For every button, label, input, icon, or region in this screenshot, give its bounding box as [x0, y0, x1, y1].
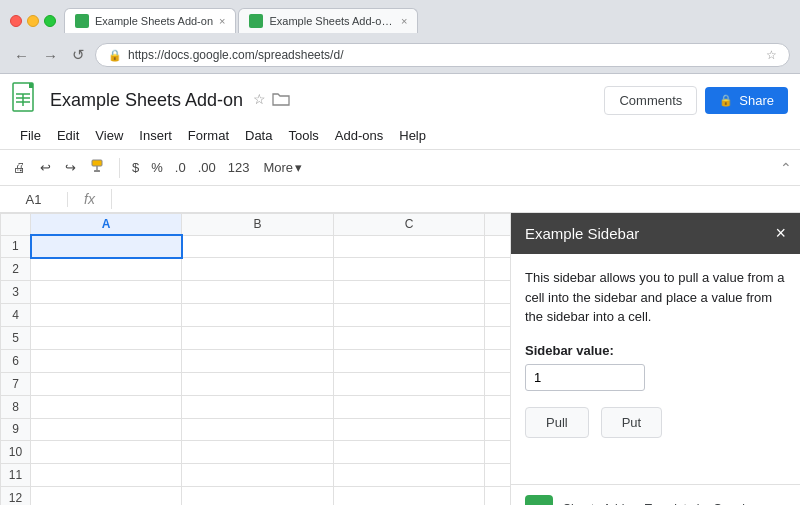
cell-A11[interactable] — [31, 464, 182, 487]
cell-C12[interactable] — [333, 487, 484, 505]
sidebar: Example Sidebar × This sidebar allows yo… — [510, 213, 800, 505]
col-header-b[interactable]: B — [182, 214, 333, 236]
cell-A9[interactable] — [31, 418, 182, 441]
cell-C4[interactable] — [333, 304, 484, 327]
address-bar[interactable]: 🔒 https://docs.google.com/spreadsheets/d… — [95, 43, 790, 67]
app-title-text: Example Sheets Add-on — [50, 90, 243, 111]
cell-B12[interactable] — [182, 487, 333, 505]
cell-B6[interactable] — [182, 349, 333, 372]
cell-A7[interactable] — [31, 372, 182, 395]
menu-tools[interactable]: Tools — [280, 124, 326, 147]
cell-C7[interactable] — [333, 372, 484, 395]
row-number-8: 8 — [1, 395, 31, 418]
cell-A12[interactable] — [31, 487, 182, 505]
print-button[interactable]: 🖨 — [8, 156, 31, 179]
sidebar-value-input[interactable] — [525, 364, 645, 391]
formula-input[interactable] — [120, 190, 792, 209]
share-button[interactable]: 🔒 Share — [705, 87, 788, 114]
menu-help[interactable]: Help — [391, 124, 434, 147]
cell-C1[interactable] — [333, 235, 484, 258]
sidebar-body: This sidebar allows you to pull a value … — [511, 254, 800, 484]
footer-sheets-icon — [525, 495, 553, 505]
cell-C6[interactable] — [333, 349, 484, 372]
cell-B8[interactable] — [182, 395, 333, 418]
cell-C3[interactable] — [333, 281, 484, 304]
menu-view[interactable]: View — [87, 124, 131, 147]
cell-reference[interactable]: A1 — [8, 192, 68, 207]
svg-rect-6 — [92, 160, 102, 166]
cell-C8[interactable] — [333, 395, 484, 418]
tab-favicon-2 — [249, 14, 263, 28]
paint-roller-icon — [90, 158, 106, 174]
svg-marker-1 — [29, 83, 33, 88]
menu-format[interactable]: Format — [180, 124, 237, 147]
tab-close-2[interactable]: × — [401, 15, 407, 27]
cell-B4[interactable] — [182, 304, 333, 327]
folder-icon[interactable] — [272, 91, 290, 110]
cell-B2[interactable] — [182, 258, 333, 281]
cell-B3[interactable] — [182, 281, 333, 304]
reload-button[interactable]: ↺ — [68, 44, 89, 66]
cell-B7[interactable] — [182, 372, 333, 395]
maximize-window-button[interactable] — [44, 15, 56, 27]
cell-B11[interactable] — [182, 464, 333, 487]
row-number-9: 9 — [1, 418, 31, 441]
pull-button[interactable]: Pull — [525, 407, 589, 438]
cell-C11[interactable] — [333, 464, 484, 487]
sidebar-value-label: Sidebar value: — [525, 343, 786, 358]
col-header-c[interactable]: C — [333, 214, 484, 236]
cell-A10[interactable] — [31, 441, 182, 464]
menu-addons[interactable]: Add-ons — [327, 124, 391, 147]
star-icon[interactable]: ☆ — [253, 91, 266, 110]
undo-button[interactable]: ↩ — [35, 156, 56, 179]
cell-A8[interactable] — [31, 395, 182, 418]
browser-titlebar: Example Sheets Add-on × Example Sheets A… — [0, 0, 800, 39]
close-window-button[interactable] — [10, 15, 22, 27]
svg-rect-9 — [530, 500, 548, 505]
cell-C2[interactable] — [333, 258, 484, 281]
menu-insert[interactable]: Insert — [131, 124, 180, 147]
cell-A5[interactable] — [31, 327, 182, 350]
bookmark-icon[interactable]: ☆ — [766, 48, 777, 62]
sidebar-close-button[interactable]: × — [775, 223, 786, 244]
redo-button[interactable]: ↪ — [60, 156, 81, 179]
menu-edit[interactable]: Edit — [49, 124, 87, 147]
row-number-2: 2 — [1, 258, 31, 281]
browser-tab-2[interactable]: Example Sheets Add-on - Goo... × — [238, 8, 418, 33]
address-icons: ☆ — [766, 48, 777, 62]
browser-tabs: Example Sheets Add-on × Example Sheets A… — [64, 8, 790, 33]
cell-A1[interactable] — [31, 235, 182, 258]
svg-rect-8 — [94, 170, 100, 172]
more-button[interactable]: More ▾ — [257, 156, 308, 179]
cell-B5[interactable] — [182, 327, 333, 350]
cell-A4[interactable] — [31, 304, 182, 327]
toolbar-collapse-button[interactable]: ⌃ — [780, 160, 792, 176]
forward-button[interactable]: → — [39, 45, 62, 66]
tab-close-1[interactable]: × — [219, 15, 225, 27]
cell-C9[interactable] — [333, 418, 484, 441]
cell-A6[interactable] — [31, 349, 182, 372]
cell-C5[interactable] — [333, 327, 484, 350]
paint-format-button[interactable] — [85, 154, 111, 181]
cell-A3[interactable] — [31, 281, 182, 304]
browser-tab-1[interactable]: Example Sheets Add-on × — [64, 8, 236, 33]
put-button[interactable]: Put — [601, 407, 663, 438]
app-title-left: Example Sheets Add-on ☆ — [12, 82, 290, 118]
cell-B10[interactable] — [182, 441, 333, 464]
cell-B1[interactable] — [182, 235, 333, 258]
menu-file[interactable]: File — [12, 124, 49, 147]
comments-button[interactable]: Comments — [604, 86, 697, 115]
col-header-a[interactable]: A — [31, 214, 182, 236]
menu-data[interactable]: Data — [237, 124, 280, 147]
minimize-window-button[interactable] — [27, 15, 39, 27]
formula-divider — [111, 189, 112, 209]
row-number-6: 6 — [1, 349, 31, 372]
app-header: Example Sheets Add-on ☆ Comments 🔒 Share… — [0, 74, 800, 150]
back-button[interactable]: ← — [10, 45, 33, 66]
more-arrow-icon: ▾ — [295, 160, 302, 175]
cell-A2[interactable] — [31, 258, 182, 281]
cell-B9[interactable] — [182, 418, 333, 441]
row-number-7: 7 — [1, 372, 31, 395]
app-title-icons: ☆ — [253, 91, 290, 110]
cell-C10[interactable] — [333, 441, 484, 464]
